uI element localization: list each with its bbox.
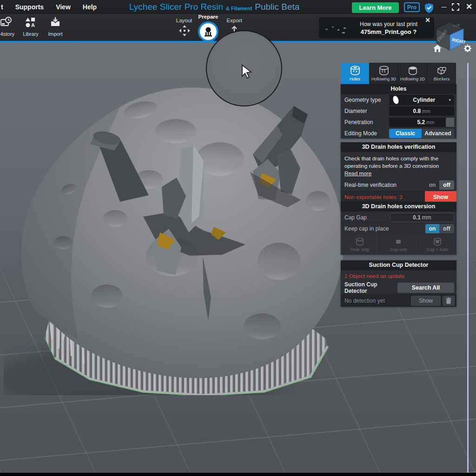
shield-icon[interactable] [423, 2, 435, 13]
verification-description: Check that drain holes comply with the o… [341, 152, 456, 179]
search-all-button[interactable]: Search All [397, 283, 454, 293]
menu-item-help[interactable]: Help [80, 0, 99, 14]
penetration-value: 5.2 [417, 119, 425, 126]
cap-gap-value: 0.1 [413, 214, 421, 221]
history-label: History [0, 31, 20, 37]
verification-description-text: Check that drain holes comply with the o… [344, 155, 439, 169]
notification-line1: How was your last print [351, 21, 426, 27]
cap-hole-label: Cap + hole [427, 247, 448, 252]
app-title-main: Lychee Slicer Pro Resin [129, 2, 223, 12]
gear-icon[interactable] [463, 45, 472, 53]
menu-item-view[interactable]: View [53, 0, 73, 14]
penetration-input[interactable]: 5.2 mm [389, 118, 454, 127]
delete-detections-button[interactable] [443, 296, 455, 306]
learn-more-button[interactable]: Learn More [352, 2, 399, 13]
cap-only-button[interactable]: Cap only [379, 234, 418, 255]
pro-badge: Pro [404, 2, 420, 12]
editing-mode-classic-button[interactable]: Classic [389, 129, 422, 138]
mode-export-label[interactable]: Export [220, 18, 248, 23]
keep-cap-on-button[interactable]: on [425, 224, 439, 233]
diameter-unit: mm [422, 108, 430, 114]
hollowing-2d-icon [407, 66, 418, 76]
editing-mode-advanced-button[interactable]: Advanced [422, 129, 454, 138]
menu-bar: t Supports View Help Lychee Slicer Pro R… [0, 0, 476, 14]
diameter-value: 0.8 [413, 108, 421, 114]
drain-holes-verification-panel: 3D Drain holes verification Check that d… [341, 142, 456, 204]
tab-holes-label: Holes [350, 77, 360, 81]
app-window: t Supports View Help Lychee Slicer Pro R… [0, 0, 476, 476]
notification-close-icon[interactable]: ✕ [423, 15, 432, 25]
import-button[interactable]: Import [42, 17, 68, 37]
cylinder-glyph-icon [392, 95, 399, 105]
diameter-row: Diameter 0.8 mm [341, 105, 456, 116]
diameter-input[interactable]: 0.8 mm [389, 106, 454, 116]
trash-icon [446, 298, 451, 304]
holes-panel-header: Holes [341, 84, 456, 94]
tab-hollowing-3d[interactable]: Hollowing 3D [370, 63, 398, 84]
svg-text:A: A [31, 22, 35, 28]
realtime-verification-label: Real-time verification [344, 182, 425, 188]
penetration-slider-grip[interactable] [446, 118, 454, 127]
geometry-type-label: Geometry type [344, 97, 389, 103]
close-button[interactable]: ✕ [464, 2, 474, 12]
suction-detector-label: Suction Cup Detector [344, 281, 397, 294]
print-feedback-notification[interactable]: How was your last print 475mm_Print.goo … [319, 17, 434, 39]
prepare-supports-icon [203, 26, 214, 37]
menu-item-truncated[interactable]: t [0, 0, 6, 14]
mode-prepare-label[interactable]: Prepare [194, 14, 222, 20]
tab-hollowing-3d-label: Hollowing 3D [371, 77, 396, 81]
library-button[interactable]: A Library [18, 17, 44, 37]
library-label: Library [18, 31, 44, 37]
maximize-button[interactable] [452, 3, 459, 11]
holes-icon [350, 66, 361, 76]
realtime-on-button[interactable]: on [425, 180, 439, 190]
show-detections-button[interactable]: Show [411, 296, 441, 306]
library-icon: A [25, 17, 36, 28]
diameter-label: Diameter [344, 108, 389, 114]
penetration-unit: mm [426, 119, 435, 125]
keep-cap-label: Keep cap in place [344, 225, 425, 232]
geometry-type-select[interactable]: Cylinder ▾ [389, 95, 454, 105]
realtime-off-button[interactable]: off [439, 180, 454, 190]
tab-hollowing-2d[interactable]: Hollowing 2D [398, 63, 427, 84]
menu-item-supports[interactable]: Supports [13, 0, 46, 14]
app-title-beta: Public Beta [255, 2, 299, 12]
mode-layout-label[interactable]: Layout [170, 18, 198, 23]
drain-holes-conversion-panel: 3D Drain holes conversion Cap Gap 0.1 mm… [341, 202, 456, 255]
cap-only-icon [394, 238, 403, 246]
history-button[interactable]: History [0, 17, 20, 37]
editing-mode-row: Editing Mode Classic Advanced [341, 127, 456, 139]
minimize-button[interactable]: ─ [440, 3, 448, 11]
cap-only-label: Cap only [390, 247, 408, 252]
tab-holes[interactable]: Holes [341, 63, 370, 84]
app-title: Lychee Slicer Pro Resin & Filament Publi… [129, 0, 299, 14]
verification-header: 3D Drain holes verification [341, 142, 456, 152]
penetration-row: Penetration 5.2 mm [341, 116, 456, 127]
notification-line2: 475mm_Print.goo ? [351, 28, 426, 35]
suction-results-row: No detection yet Show [341, 294, 456, 307]
hole-only-button[interactable]: Hole only [341, 234, 379, 255]
realtime-verification-row: Real-time verification on off [341, 179, 456, 191]
keep-cap-row: Keep cap in place on off [341, 223, 456, 234]
model-asteroid[interactable] [4, 79, 357, 395]
hole-only-label: Hole only [350, 247, 369, 252]
keep-cap-off-button[interactable]: off [439, 224, 454, 233]
import-icon [50, 17, 61, 28]
layout-move-icon[interactable] [178, 25, 191, 37]
chevron-down-icon: ▾ [449, 98, 451, 102]
cap-gap-input[interactable]: 0.1 mm [390, 213, 454, 222]
conversion-buttons-row: Hole only Cap only Cap + hole [341, 234, 456, 255]
hole-tools-tabbar: Holes Hollowing 3D Hollowing 2D Blocke [341, 63, 456, 84]
suction-cup-detector-panel: Suction Cup Detector 1 Object need an up… [341, 260, 456, 307]
mode-prepare-button[interactable] [198, 21, 218, 42]
read-more-link[interactable]: Read more [344, 170, 371, 177]
tab-blockers[interactable]: Blockers [427, 63, 456, 84]
panel-scrollbar[interactable] [467, 63, 469, 473]
history-icon [0, 17, 13, 28]
home-icon[interactable] [433, 45, 442, 52]
cap-gap-unit: mm [422, 214, 431, 221]
cap-gap-label: Cap Gap [344, 214, 390, 221]
cap-hole-button[interactable]: Cap + hole [418, 234, 456, 255]
app-title-sub: & Filament [226, 6, 252, 11]
hollowing-3d-icon [378, 66, 390, 76]
